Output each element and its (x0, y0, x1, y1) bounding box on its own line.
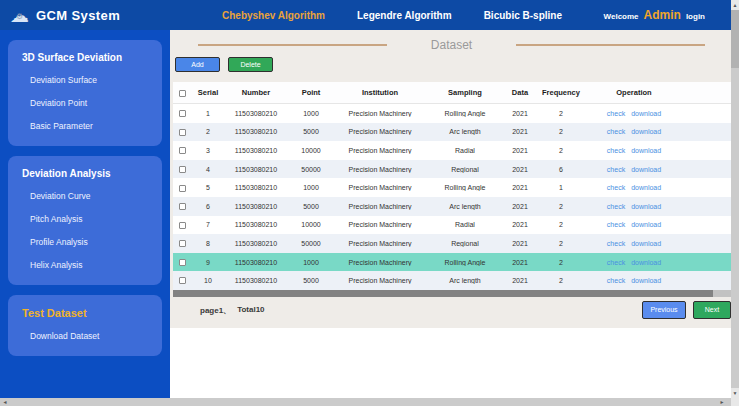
cell-sampling: Rolling Angle (425, 110, 505, 117)
scroll-up-arrow-icon[interactable]: ▲ (731, 0, 739, 10)
scroll-down-arrow-icon[interactable]: ▼ (731, 388, 739, 398)
download-link[interactable]: download (631, 221, 661, 228)
cell-operation: checkdownload (587, 184, 681, 191)
sidebar-item[interactable]: Basic Parameter (8, 114, 162, 137)
cell-point: 50000 (287, 166, 335, 173)
table-row[interactable]: 10115030802105000Precision MachineryArc … (173, 271, 731, 290)
sidebar-item[interactable]: Deviation Surface (8, 68, 162, 91)
cell-point: 5000 (287, 128, 335, 135)
row-checkbox-cell (173, 165, 191, 173)
sidebar-section-title[interactable]: Deviation Analysis (8, 163, 162, 184)
cell-institution: Precision Machinery (335, 110, 425, 117)
table-horizontal-scrollbar[interactable] (173, 290, 731, 297)
nav-item-2[interactable]: Bicubic B-spline (484, 10, 562, 21)
cell-number: 11503080210 (225, 221, 287, 228)
cell-number: 11503080210 (225, 128, 287, 135)
page-title-row: Dataset (170, 30, 731, 54)
cell-institution: Precision Machinery (335, 166, 425, 173)
nav-item-0[interactable]: Chebyshev Algorithm (222, 10, 325, 21)
cell-data: 2021 (505, 184, 535, 191)
check-link[interactable]: check (607, 203, 625, 210)
sidebar-item[interactable]: Pitch Analysis (8, 207, 162, 230)
column-header: Operation (587, 88, 681, 97)
add-button[interactable]: Add (175, 57, 220, 72)
check-link[interactable]: check (607, 240, 625, 247)
table-row[interactable]: 71150308021010000Precision MachineryRadi… (173, 216, 731, 235)
table-row[interactable]: 31150308021010000Precision MachineryRadi… (173, 141, 731, 160)
row-checkbox[interactable] (179, 277, 186, 284)
cell-sampling: Arc length (425, 203, 505, 210)
nav-item-1[interactable]: Legendre Algorithm (357, 10, 452, 21)
sidebar-section-title[interactable]: 3D Surface Deviation (8, 47, 162, 68)
login-link[interactable]: login (686, 12, 705, 21)
scroll-right-arrow-icon[interactable]: ► (717, 398, 727, 406)
previous-button[interactable]: Previous (642, 301, 686, 319)
download-link[interactable]: download (631, 166, 661, 173)
row-checkbox[interactable] (179, 166, 186, 173)
sidebar-item[interactable]: Helix Analysis (8, 253, 162, 276)
horizontal-scrollbar[interactable]: ◄ ► (0, 398, 731, 406)
sidebar-item[interactable]: Profile Analysis (8, 230, 162, 253)
table-row[interactable]: 2115030802105000Precision MachineryArc l… (173, 123, 731, 142)
cell-serial: 7 (191, 221, 225, 228)
row-checkbox[interactable] (179, 259, 186, 266)
sidebar-item[interactable]: Deviation Curve (8, 184, 162, 207)
cell-serial: 9 (191, 259, 225, 266)
download-link[interactable]: download (631, 128, 661, 135)
table-row[interactable]: 6115030802105000Precision MachineryArc l… (173, 197, 731, 216)
table-row[interactable]: 9115030802101000Precision MachineryRolli… (173, 253, 731, 272)
download-link[interactable]: download (631, 147, 661, 154)
cell-point: 10000 (287, 221, 335, 228)
table-scrollbar-thumb[interactable] (173, 290, 713, 297)
table-row[interactable]: 5115030802101000Precision MachineryRolli… (173, 178, 731, 197)
download-link[interactable]: download (631, 110, 661, 117)
check-link[interactable]: check (607, 184, 625, 191)
vertical-scrollbar[interactable]: ▲ ▼ (731, 0, 739, 398)
page-title: Dataset (431, 38, 472, 52)
cell-frequency: 1 (535, 184, 587, 191)
download-link[interactable]: download (631, 184, 661, 191)
cell-institution: Precision Machinery (335, 259, 425, 266)
row-checkbox[interactable] (179, 185, 186, 192)
sidebar-item[interactable]: Deviation Point (8, 91, 162, 114)
check-link[interactable]: check (607, 110, 625, 117)
sidebar-item[interactable]: Download Dataset (8, 324, 162, 347)
cell-operation: checkdownload (587, 240, 681, 247)
table-row[interactable]: 41150308021050000Precision MachineryRegi… (173, 160, 731, 179)
check-link[interactable]: check (607, 259, 625, 266)
delete-button[interactable]: Delete (228, 57, 273, 72)
welcome-username[interactable]: Admin (644, 8, 681, 22)
check-link[interactable]: check (607, 147, 625, 154)
download-link[interactable]: download (631, 203, 661, 210)
check-link[interactable]: check (607, 166, 625, 173)
table-row[interactable]: 81150308021050000Precision MachineryRegi… (173, 234, 731, 253)
column-header: Serial (191, 88, 225, 97)
row-checkbox[interactable] (179, 203, 186, 210)
vertical-scrollbar-thumb[interactable] (731, 10, 739, 68)
row-checkbox[interactable] (179, 129, 186, 136)
cell-frequency: 2 (535, 128, 587, 135)
cell-number: 11503080210 (225, 166, 287, 173)
content-panel: Dataset Add Delete SerialNumberPointInst… (170, 30, 731, 328)
row-checkbox[interactable] (179, 222, 186, 229)
row-checkbox[interactable] (179, 147, 186, 154)
download-link[interactable]: download (631, 277, 661, 284)
check-link[interactable]: check (607, 128, 625, 135)
table-row[interactable]: 1115030802101000Precision MachineryRolli… (173, 104, 731, 123)
cell-institution: Precision Machinery (335, 221, 425, 228)
download-link[interactable]: download (631, 240, 661, 247)
scroll-left-arrow-icon[interactable]: ◄ (0, 398, 10, 406)
download-link[interactable]: download (631, 259, 661, 266)
main-area: Dataset Add Delete SerialNumberPointInst… (170, 30, 731, 398)
sidebar-card-1: Deviation AnalysisDeviation CurvePitch A… (8, 156, 162, 285)
sidebar-section-title[interactable]: Test Dataset (8, 302, 162, 324)
select-all-checkbox[interactable] (179, 90, 186, 97)
check-link[interactable]: check (607, 221, 625, 228)
gear-icon: ⚙ (16, 13, 23, 21)
title-decor-line-left (198, 44, 387, 46)
row-checkbox[interactable] (179, 240, 186, 247)
cell-serial: 1 (191, 110, 225, 117)
row-checkbox[interactable] (179, 110, 186, 117)
next-button[interactable]: Next (693, 301, 731, 319)
check-link[interactable]: check (607, 277, 625, 284)
